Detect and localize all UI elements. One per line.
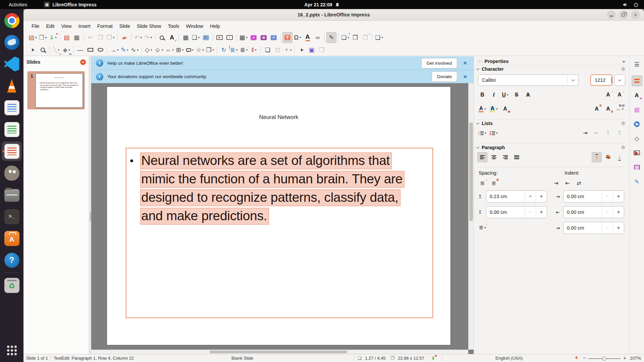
new-presentation[interactable]: ▤▾ xyxy=(28,32,38,43)
insert-fontwork[interactable]: A xyxy=(303,32,313,43)
display-views-dropdown-icon[interactable]: ▾ xyxy=(198,36,200,39)
dock-impress[interactable] xyxy=(2,141,22,161)
export-as-pdf[interactable]: ▤ xyxy=(62,32,72,43)
basic-shapes[interactable]: ◇▾ xyxy=(144,45,154,55)
align-objects-dropdown-icon[interactable]: ▾ xyxy=(236,48,238,52)
tab-master-slides[interactable]: ✎ xyxy=(632,176,642,187)
body-line[interactable]: and make predictions. xyxy=(141,208,269,224)
slide-layout[interactable]: ❏▾ xyxy=(374,32,384,43)
focused-app-menu[interactable]: ▤ LibreOffice Impress xyxy=(44,2,97,7)
menu-slide-show[interactable]: Slide Show xyxy=(133,22,165,30)
titlebar[interactable]: 16_2.pptx - LibreOffice Impress × xyxy=(23,9,644,21)
font-color-dropdown-icon[interactable]: ▾ xyxy=(484,107,486,111)
align-left[interactable] xyxy=(477,152,487,162)
decrease-spacing-above-button[interactable]: − xyxy=(525,191,536,202)
clear-direct-formatting[interactable]: A⊗ xyxy=(500,104,510,114)
3d-objects[interactable]: ❒▾ xyxy=(205,45,215,55)
menu-help[interactable]: Help xyxy=(207,22,223,30)
switch-indent[interactable]: ⇄ xyxy=(574,178,584,188)
distribution-dropdown-icon[interactable]: ▾ xyxy=(255,48,257,52)
tab-styles[interactable]: A▰ xyxy=(632,90,642,101)
increase-indent-after-button[interactable]: + xyxy=(613,206,624,218)
dock-chrome[interactable] xyxy=(2,11,22,30)
insert-special-character[interactable]: Ω▾ xyxy=(292,32,303,43)
document-modified-icon[interactable]: ⇓ xyxy=(431,356,435,361)
vertical-scrollbar-thumb[interactable] xyxy=(469,122,473,221)
minimize-button[interactable] xyxy=(607,10,616,19)
slide-thumbnail[interactable]: 1 Neural Network • Neural networks are a… xyxy=(28,71,85,109)
system-tray[interactable] xyxy=(623,2,639,7)
increase-spacing-above-button[interactable]: + xyxy=(536,191,547,202)
dock-writer[interactable] xyxy=(2,98,22,117)
horizontal-scrollbar-thumb[interactable] xyxy=(210,351,347,353)
align-top[interactable]: ↑ xyxy=(592,152,602,162)
start-from-current-slide[interactable]: ‖ xyxy=(225,32,235,43)
lines-and-arrows[interactable]: →▾ xyxy=(109,45,120,55)
align-bottom[interactable]: ↓ xyxy=(614,152,625,162)
insert-text-box[interactable]: T xyxy=(282,32,292,43)
gear-icon[interactable]: ⚙ xyxy=(621,145,625,150)
zoom-out-button[interactable]: − xyxy=(583,355,586,361)
status-language[interactable]: English (USA) xyxy=(495,356,523,361)
line-color-dropdown-icon[interactable]: ▾ xyxy=(58,48,60,52)
sidebar-grip-icon[interactable]: ∷∷ xyxy=(477,59,482,64)
indent-before-value[interactable]: 0.00 cm xyxy=(564,191,602,202)
tab-properties[interactable] xyxy=(632,75,642,86)
decrease-indent[interactable]: ⇤ xyxy=(562,178,573,188)
below-paragraph-spacing-value[interactable]: 0.00 cm xyxy=(486,206,525,218)
connectors-dropdown-icon[interactable]: ▾ xyxy=(137,48,139,52)
demote[interactable]: ⇥ xyxy=(580,128,590,138)
superscript[interactable]: AB xyxy=(592,104,602,114)
align-center[interactable] xyxy=(489,152,499,162)
document-canvas[interactable]: Neural Network • Neural networks are a s… xyxy=(91,83,468,350)
section-paragraph[interactable]: Paragraph ⚙ xyxy=(477,143,625,150)
menu-view[interactable]: View xyxy=(58,22,75,30)
tab-shapes[interactable]: ◇ xyxy=(632,133,642,144)
slide-layout-dropdown-icon[interactable]: ▾ xyxy=(381,36,383,39)
highlighting-color[interactable]: A▾ xyxy=(489,104,499,114)
callout-shapes-dropdown-icon[interactable]: ▾ xyxy=(192,48,194,52)
status-slide-layout[interactable]: Blank Slide xyxy=(231,356,253,361)
shadow-font[interactable]: A xyxy=(523,90,533,100)
zoom-slider-thumb[interactable] xyxy=(602,357,606,361)
open-file-dropdown-icon[interactable]: ▾ xyxy=(45,36,47,39)
menu-window[interactable]: Window xyxy=(182,22,207,30)
basic-shapes-dropdown-icon[interactable]: ▾ xyxy=(151,48,152,52)
image-filter-dropdown-icon[interactable]: ▾ xyxy=(290,48,292,52)
insert-image[interactable]: ▲ xyxy=(249,32,259,43)
dock-calc[interactable] xyxy=(2,120,22,139)
increase-indent[interactable]: ⇥ xyxy=(551,178,561,188)
show-draw-functions[interactable]: ✎ xyxy=(326,32,336,43)
rotate[interactable]: ↻ xyxy=(219,45,229,55)
font-size-dropdown[interactable] xyxy=(614,74,625,86)
insert-table[interactable]: ▦▾ xyxy=(238,32,249,43)
tab-animation[interactable]: ▦ xyxy=(632,162,642,173)
bold[interactable]: B xyxy=(477,90,487,100)
duplicate-slide[interactable]: ❐ xyxy=(350,32,360,43)
sidebar-close-icon[interactable]: × xyxy=(622,59,625,64)
block-arrows[interactable]: ⇔▾ xyxy=(164,45,175,55)
find-and-replace[interactable] xyxy=(157,32,167,43)
font-size-input[interactable]: 1212 xyxy=(590,74,612,86)
selected-text-box[interactable]: • Neural networks are a set of algorithm… xyxy=(126,148,433,318)
unordered-list-dropdown-icon[interactable]: ▾ xyxy=(485,131,486,135)
infobar-1-close-icon[interactable]: × xyxy=(461,59,469,67)
save[interactable]: ⇓●▾ xyxy=(48,32,58,43)
font-size-value[interactable]: 1212 xyxy=(591,77,611,83)
insert-hyperlink[interactable]: ∞ xyxy=(313,32,323,43)
body-line[interactable]: Neural networks are a set of algorithms … xyxy=(141,153,391,169)
infobar-2-close-icon[interactable]: × xyxy=(461,73,469,80)
insert-audio-video[interactable]: ▦ xyxy=(259,32,269,43)
underline[interactable]: U▾ xyxy=(500,90,510,100)
fit-slide-icon[interactable]: + xyxy=(575,355,578,361)
connectors[interactable]: ∿▾ xyxy=(130,45,140,55)
callout-shapes[interactable]: ▾ xyxy=(185,45,195,55)
tab-slide-transition[interactable]: ▶ xyxy=(632,147,642,158)
menu-format[interactable]: Format xyxy=(94,22,116,30)
new-slide[interactable]: ❏+▾ xyxy=(340,32,350,43)
print[interactable]: ▦ xyxy=(72,32,82,43)
symbol-shapes[interactable]: ☺▾ xyxy=(154,45,164,55)
restore-button[interactable] xyxy=(619,10,628,19)
menu-insert[interactable]: Insert xyxy=(75,22,94,30)
dock-help[interactable] xyxy=(2,250,22,270)
